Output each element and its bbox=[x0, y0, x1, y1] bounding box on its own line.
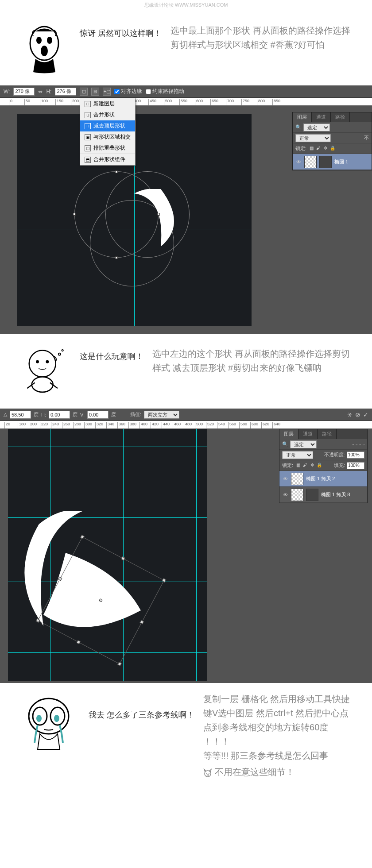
svg-point-14 bbox=[54, 715, 59, 722]
layer-thumbnail[interactable] bbox=[291, 489, 303, 501]
tab-channels[interactable]: 通道 bbox=[312, 112, 331, 122]
svg-point-13 bbox=[36, 715, 42, 722]
commit-icon[interactable]: ✓ bbox=[363, 411, 368, 418]
guide-v2-3[interactable] bbox=[196, 429, 197, 681]
svg-point-16 bbox=[206, 773, 207, 774]
visibility-icon[interactable]: 👁 bbox=[282, 492, 288, 498]
layer-thumbnail[interactable] bbox=[291, 473, 303, 485]
blend-mode-row-2: 正常 不透明度: bbox=[279, 450, 367, 460]
tab-paths[interactable]: 路径 bbox=[331, 112, 350, 122]
dropdown-combine[interactable]: ⊔合并形状 bbox=[80, 109, 135, 120]
constrain-check[interactable]: 约束路径拖动 bbox=[146, 88, 184, 95]
svg-point-6 bbox=[46, 360, 49, 363]
visibility-icon[interactable]: 👁 bbox=[295, 159, 302, 165]
warp-icon[interactable]: ⚹ bbox=[347, 411, 353, 418]
lock-transparency-icon[interactable]: ▦ bbox=[308, 146, 314, 152]
skew-v-label: V: bbox=[80, 412, 85, 417]
blend-mode-select[interactable]: 正常 bbox=[295, 134, 331, 142]
instruction-text-2: 选中左边的这个形状 再从面板的路径操作选择剪切样式 减去顶层形状 #剪切出来的好… bbox=[152, 347, 354, 375]
dropdown-exclude[interactable]: ▢排除重叠形状 bbox=[80, 143, 135, 154]
height-input[interactable] bbox=[55, 88, 76, 96]
lock-position-icon[interactable]: ✥ bbox=[309, 463, 315, 469]
note-text: 不用在意这些细节！ bbox=[215, 767, 294, 777]
svg-point-2 bbox=[47, 37, 52, 44]
lock-position-icon[interactable]: ✥ bbox=[322, 146, 329, 152]
dropdown-new-layer[interactable]: □新建图层 bbox=[80, 98, 135, 109]
fill-input[interactable] bbox=[347, 462, 364, 469]
dropdown-subtract[interactable]: ⊓减去顶层形状 bbox=[80, 120, 135, 131]
canvas-2[interactable] bbox=[8, 429, 207, 681]
layer-name: 椭圆 1 拷贝 8 bbox=[321, 491, 350, 498]
lock-label-2: 锁定: bbox=[282, 462, 293, 469]
panel-tabs-2: 图层 通道 路径 bbox=[279, 429, 367, 439]
svg-point-4 bbox=[29, 351, 56, 377]
exclaim-text-1: 惊讶 居然可以这样啊！ bbox=[80, 23, 162, 39]
cat-icon bbox=[203, 768, 212, 777]
path-op-icon-1[interactable]: ▢ bbox=[80, 88, 88, 96]
dropdown-intersect[interactable]: ▣与形状区域相交 bbox=[80, 131, 135, 143]
panel-tabs: 图层 通道 路径 bbox=[293, 112, 372, 122]
layer-mask-thumbnail[interactable] bbox=[319, 156, 332, 168]
link-icon[interactable]: ⇔ bbox=[38, 89, 43, 95]
visibility-icon[interactable]: 👁 bbox=[282, 476, 288, 482]
filter-icon[interactable]: ▫ bbox=[359, 442, 361, 447]
interp-select[interactable]: 两次立方 bbox=[144, 411, 179, 419]
layer-mask-thumbnail[interactable] bbox=[306, 489, 318, 501]
tab-layers-2[interactable]: 图层 bbox=[279, 429, 298, 439]
lock-pixels-icon[interactable]: 🖌 bbox=[302, 463, 308, 469]
thinking-face-icon bbox=[18, 347, 71, 400]
skew-v-input[interactable] bbox=[87, 411, 108, 419]
svg-point-7 bbox=[32, 377, 53, 392]
path-op-icon-3[interactable]: +▢ bbox=[103, 88, 111, 96]
deg-label: 度 bbox=[73, 411, 78, 418]
tab-channels-2[interactable]: 通道 bbox=[298, 429, 318, 439]
transform-center[interactable] bbox=[99, 598, 103, 602]
section2-header: 这是什么玩意啊！ 选中左边的这个形状 再从面板的路径操作选择剪切样式 减去顶层形… bbox=[0, 333, 372, 409]
selection-handle[interactable] bbox=[157, 213, 160, 216]
angle-input[interactable] bbox=[10, 411, 31, 419]
width-input[interactable] bbox=[13, 88, 35, 96]
dropdown-merge[interactable]: ⬒合并形状组件 bbox=[80, 154, 135, 165]
layers-panel-1: 图层 通道 路径 🔍 选定 正常 不 锁定: ▦ 🖌 ✥ 🔒 👁 bbox=[292, 112, 372, 170]
cancel-icon[interactable]: ⊘ bbox=[355, 411, 360, 418]
options-bar-1: W: ⇔ H: ▢ ⊟ +▢ 对齐边缘 约束路径拖动 bbox=[0, 85, 372, 98]
kind-select-2[interactable]: 选定 bbox=[290, 440, 317, 448]
blend-mode-select-2[interactable]: 正常 bbox=[282, 451, 313, 459]
blend-mode-row: 正常 不 bbox=[293, 133, 372, 143]
lock-transparency-icon[interactable]: ▦ bbox=[295, 463, 301, 469]
lock-all-icon[interactable]: 🔒 bbox=[329, 146, 336, 152]
tab-layers[interactable]: 图层 bbox=[293, 112, 312, 122]
selection-handle[interactable] bbox=[115, 256, 118, 259]
fill-label: 填充: bbox=[334, 462, 345, 469]
exclaim-text-3: 我去 怎么多了三条参考线啊！ bbox=[89, 692, 194, 720]
skew-h-input[interactable] bbox=[49, 411, 70, 419]
tab-paths-2[interactable]: 路径 bbox=[318, 429, 337, 439]
filter-icon[interactable]: ▫ bbox=[363, 442, 364, 447]
opacity-label-2: 不透明度: bbox=[324, 451, 345, 458]
layer-filter-row: 🔍 选定 bbox=[293, 122, 372, 133]
opacity-input[interactable] bbox=[347, 451, 364, 459]
section1-header: 惊讶 居然可以这样啊！ 选中最上面那个形状 再从面板的路径操作选择剪切样式与形状… bbox=[0, 10, 372, 85]
watermark: 思缘设计论坛 WWW.MISSYUAN.COM bbox=[0, 0, 372, 10]
svg-point-9 bbox=[62, 350, 63, 351]
layer-name: 椭圆 1 bbox=[334, 158, 348, 165]
kind-select[interactable]: 选定 bbox=[303, 123, 330, 131]
path-op-icon-2[interactable]: ⊟ bbox=[91, 88, 99, 96]
layer-item-copy8[interactable]: 👁 椭圆 1 拷贝 8 bbox=[279, 487, 367, 503]
layer-thumbnail[interactable] bbox=[304, 156, 317, 168]
layer-item-ellipse1[interactable]: 👁 椭圆 1 bbox=[293, 154, 372, 170]
align-edges-check[interactable]: 对齐边缘 bbox=[114, 88, 142, 95]
layer-item-copy2[interactable]: 👁 椭圆 1 拷贝 2 bbox=[279, 471, 367, 487]
angle-icon: △ bbox=[4, 412, 7, 417]
moon-shape-1 bbox=[134, 189, 187, 251]
svg-point-17 bbox=[209, 773, 209, 774]
filter-icon[interactable]: ▫ bbox=[356, 442, 357, 447]
lock-pixels-icon[interactable]: 🖌 bbox=[315, 146, 322, 152]
selection-handle[interactable] bbox=[73, 213, 76, 216]
guide-h2-1[interactable] bbox=[8, 447, 207, 447]
layer-filter-row-2: 🔍 选定 ▫ ▫ ▫ ▫ bbox=[279, 439, 367, 450]
filter-icon[interactable]: ▫ bbox=[352, 442, 354, 447]
selection-handle[interactable] bbox=[115, 170, 118, 173]
lock-all-icon[interactable]: 🔒 bbox=[316, 463, 322, 469]
footer-section: 我去 怎么多了三条参考线啊！ 复制一层 栅格化 然后用移动工具快捷键V选中图层 … bbox=[0, 683, 372, 787]
